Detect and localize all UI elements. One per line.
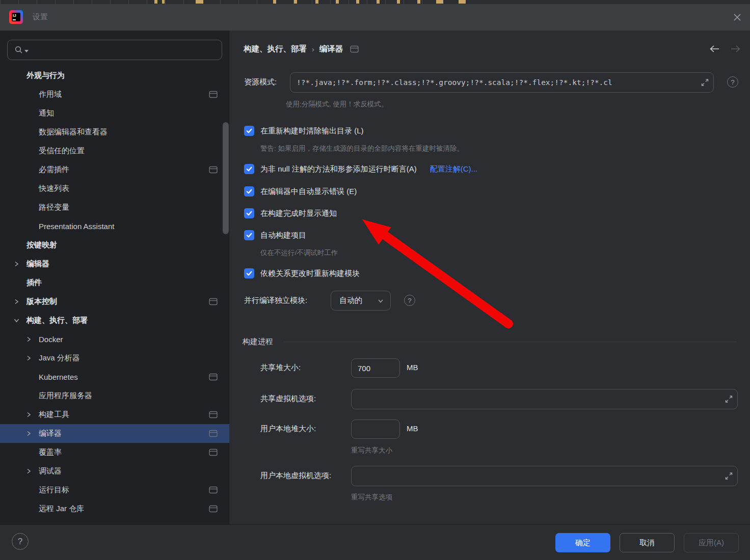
chevron-right-icon[interactable] xyxy=(23,334,34,345)
user-vm-input[interactable] xyxy=(352,466,737,486)
sidebar-item-调试器[interactable]: 调试器 xyxy=(0,462,229,481)
shared-vm-input[interactable] xyxy=(352,389,737,409)
sidebar-item-label: Kubernetes xyxy=(39,373,78,381)
configure-annotations-link[interactable]: 配置注解(C)... xyxy=(430,164,477,174)
breadcrumb-item[interactable]: 构建、执行、部署 xyxy=(244,44,307,54)
breadcrumb-item[interactable]: 编译器 xyxy=(319,44,343,54)
sidebar-item-远程 Jar 仓库[interactable]: 远程 Jar 仓库 xyxy=(0,499,229,518)
close-icon[interactable] xyxy=(731,11,743,23)
expand-field-icon[interactable] xyxy=(725,396,733,403)
sidebar-item-运行目标[interactable]: 运行目标 xyxy=(0,481,229,499)
checkbox-checked-icon[interactable] xyxy=(244,208,254,218)
sidebar-item-Presentation Assistant[interactable]: Presentation Assistant xyxy=(0,217,229,236)
sidebar-item-插件[interactable]: 插件 xyxy=(0,273,229,292)
search-input[interactable] xyxy=(7,40,222,60)
sidebar-item-数据编辑器和查看器[interactable]: 数据编辑器和查看器 xyxy=(0,123,229,142)
cancel-button[interactable]: 取消 xyxy=(620,533,675,552)
window-icon[interactable] xyxy=(209,430,218,437)
window-icon[interactable] xyxy=(209,91,218,98)
checkbox-label[interactable]: 在编辑器中自动显示错误 (E) xyxy=(260,186,357,197)
sidebar-item-label: 快速列表 xyxy=(39,184,69,193)
resource-pattern-label: 资源模式: xyxy=(244,77,277,87)
sidebar-item-Docker[interactable]: Docker xyxy=(0,330,229,349)
chevron-right-icon[interactable] xyxy=(23,410,34,420)
shared-vm-label: 共享虚拟机选项: xyxy=(260,394,316,404)
sidebar-item-构建工具[interactable]: 构建工具 xyxy=(0,405,229,424)
shared-vm-field xyxy=(351,389,738,409)
background-artifact xyxy=(154,0,157,4)
search-icon xyxy=(14,45,23,54)
settings-content: 构建、执行、部署 › 编译器 资源模式: ? 使用;分隔模式, 使用！求反 xyxy=(230,31,750,524)
apply-button[interactable]: 应用(A) xyxy=(684,533,739,552)
sidebar-item-构建、执行、部署[interactable]: 构建、执行、部署 xyxy=(0,311,229,330)
shared-heap-input[interactable] xyxy=(352,359,399,377)
window-icon[interactable] xyxy=(209,505,218,513)
parallel-compile-help-icon[interactable]: ? xyxy=(404,295,415,306)
sidebar-item-Java 分析器[interactable]: Java 分析器 xyxy=(0,349,229,368)
sidebar-item-应用程序服务器[interactable]: 应用程序服务器 xyxy=(0,386,229,405)
checkbox-label[interactable]: 为非 null 注解的方法和形参添加运行时断言(A) xyxy=(260,163,417,175)
parallel-compile-select[interactable]: 自动的 xyxy=(331,291,391,311)
build-process-section-title: 构建进程 xyxy=(243,337,273,347)
ok-button[interactable]: 确定 xyxy=(555,533,610,552)
sidebar-item-必需插件[interactable]: 必需插件 xyxy=(0,160,229,179)
user-heap-input[interactable] xyxy=(352,420,399,438)
sidebar-item-受信任的位置[interactable]: 受信任的位置 xyxy=(0,142,229,160)
expand-field-icon[interactable] xyxy=(725,472,733,480)
resource-pattern-help-icon[interactable]: ? xyxy=(727,76,738,88)
background-artifact xyxy=(356,0,359,4)
footer: ? 确定 取消 应用(A) xyxy=(0,524,750,560)
checkbox-hint: 仅在不运行/不调试时工作 xyxy=(260,248,338,258)
sidebar-item-label: 调试器 xyxy=(39,466,62,476)
checkbox-label[interactable]: 依赖关系更改时重新构建模块 xyxy=(260,268,360,279)
sidebar-item-label: 覆盖率 xyxy=(39,447,62,457)
window-icon[interactable] xyxy=(209,166,218,174)
sidebar-item-外观与行为[interactable]: 外观与行为 xyxy=(0,66,229,85)
checkbox-label[interactable]: 自动构建项目 xyxy=(260,230,306,241)
sidebar-item-作用域[interactable]: 作用域 xyxy=(0,85,229,104)
sidebar-item-通知[interactable]: 通知 xyxy=(0,104,229,123)
sidebar-scrollbar[interactable] xyxy=(223,122,229,234)
checkbox-checked-icon[interactable] xyxy=(244,164,254,174)
sidebar-item-label: 路径变量 xyxy=(39,203,69,212)
user-heap-unit: MB xyxy=(407,424,418,434)
window-icon[interactable] xyxy=(209,486,218,494)
resource-pattern-input[interactable] xyxy=(290,73,713,92)
chevron-right-icon[interactable] xyxy=(11,297,21,307)
sidebar-item-版本控制[interactable]: 版本控制 xyxy=(0,292,229,311)
help-icon[interactable]: ? xyxy=(12,533,29,550)
sidebar-item-覆盖率[interactable]: 覆盖率 xyxy=(0,443,229,462)
window-icon[interactable] xyxy=(209,449,218,456)
background-app-strip xyxy=(0,0,750,4)
window-icon[interactable] xyxy=(209,298,218,305)
window-icon[interactable] xyxy=(209,411,218,418)
checkbox-label[interactable]: 在重新构建时清除输出目录 (L) xyxy=(260,125,364,136)
window-icon xyxy=(350,45,359,53)
sidebar-item-按键映射[interactable]: 按键映射 xyxy=(0,236,229,255)
chevron-right-icon[interactable] xyxy=(23,429,34,439)
chevron-down-icon[interactable] xyxy=(11,316,21,326)
checkbox-label[interactable]: 在构建完成时显示通知 xyxy=(260,208,337,219)
checkbox-checked-icon[interactable] xyxy=(244,268,254,278)
forward-arrow-icon[interactable] xyxy=(730,45,741,53)
sidebar-item-编译器[interactable]: 编译器 xyxy=(0,424,229,443)
chevron-right-icon[interactable] xyxy=(23,353,34,363)
checkbox-checked-icon[interactable] xyxy=(244,126,254,136)
back-arrow-icon[interactable] xyxy=(709,45,720,53)
window-icon[interactable] xyxy=(209,373,218,381)
sidebar-item-编辑器[interactable]: 编辑器 xyxy=(0,255,229,273)
expand-field-icon[interactable] xyxy=(701,79,709,87)
sidebar-item-快速列表[interactable]: 快速列表 xyxy=(0,179,229,198)
checkbox-checked-icon[interactable] xyxy=(244,230,254,240)
section-divider xyxy=(283,342,737,342)
checkbox-checked-icon[interactable] xyxy=(244,186,254,197)
parallel-compile-value: 自动的 xyxy=(339,296,377,305)
chevron-right-icon[interactable] xyxy=(23,466,34,477)
search-options-caret-icon[interactable] xyxy=(24,50,29,52)
user-vm-label: 用户本地虚拟机选项: xyxy=(260,470,331,481)
background-artifact xyxy=(294,0,297,4)
sidebar-item-Kubernetes[interactable]: Kubernetes xyxy=(0,368,229,386)
sidebar-item-路径变量[interactable]: 路径变量 xyxy=(0,198,229,217)
checkbox-row: 自动构建项目 xyxy=(244,230,306,241)
chevron-right-icon[interactable] xyxy=(11,259,21,269)
